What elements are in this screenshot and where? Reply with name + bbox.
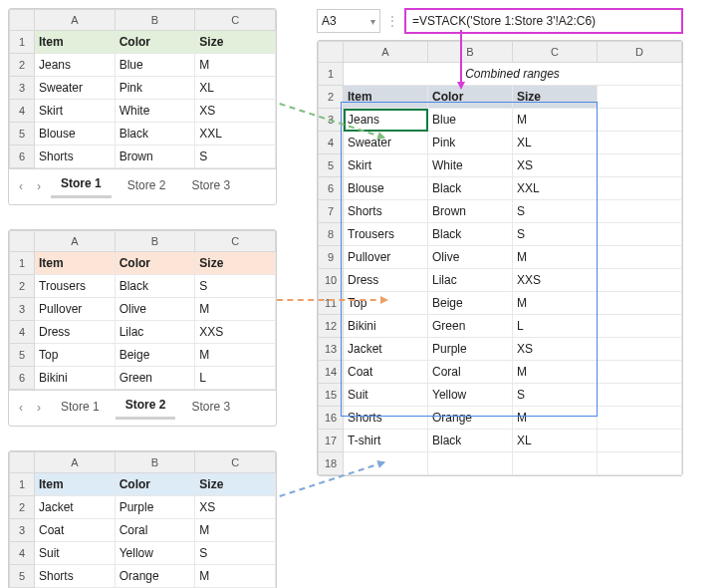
- data-cell[interactable]: Jacket: [35, 496, 116, 519]
- data-cell[interactable]: M: [513, 246, 598, 269]
- data-cell[interactable]: S: [513, 200, 598, 223]
- data-cell[interactable]: S: [513, 223, 598, 246]
- row-header[interactable]: 1: [10, 31, 35, 54]
- data-cell[interactable]: Sweater: [35, 77, 116, 100]
- data-cell[interactable]: XXL: [195, 123, 276, 146]
- header-cell[interactable]: Item: [35, 473, 116, 496]
- sheet-tab[interactable]: Store 1: [51, 173, 112, 198]
- data-cell[interactable]: XS: [513, 338, 598, 361]
- header-cell[interactable]: Size: [195, 252, 276, 275]
- tab-next-icon[interactable]: ›: [33, 179, 45, 193]
- empty-cell[interactable]: [598, 384, 682, 407]
- row-header[interactable]: 6: [319, 177, 344, 200]
- data-cell[interactable]: XS: [513, 154, 598, 177]
- column-header[interactable]: C: [195, 231, 276, 252]
- data-cell[interactable]: Brown: [428, 200, 513, 223]
- row-header[interactable]: 15: [319, 384, 344, 407]
- row-header[interactable]: 8: [319, 223, 344, 246]
- row-header[interactable]: 4: [319, 132, 344, 154]
- empty-cell[interactable]: [598, 315, 682, 338]
- data-cell[interactable]: Shorts: [344, 200, 428, 223]
- data-cell[interactable]: Coral: [115, 519, 195, 542]
- header-cell[interactable]: Color: [115, 252, 195, 275]
- empty-cell[interactable]: [598, 177, 682, 200]
- row-header[interactable]: 1: [10, 473, 35, 496]
- data-cell[interactable]: Green: [115, 367, 195, 390]
- data-cell[interactable]: Blue: [428, 109, 513, 132]
- row-header[interactable]: 16: [319, 407, 344, 430]
- data-cell[interactable]: M: [513, 292, 598, 315]
- data-cell[interactable]: L: [195, 367, 276, 390]
- row-header[interactable]: 3: [10, 519, 35, 542]
- header-cell[interactable]: Color: [115, 473, 195, 496]
- header-cell[interactable]: Color: [115, 31, 195, 54]
- data-cell[interactable]: XXS: [195, 321, 276, 344]
- data-cell[interactable]: Beige: [428, 292, 513, 315]
- row-header[interactable]: 3: [319, 109, 344, 132]
- data-cell[interactable]: S: [195, 146, 276, 168]
- header-cell[interactable]: Item: [344, 86, 428, 109]
- data-cell[interactable]: Dress: [344, 269, 428, 292]
- title-cell[interactable]: Combined ranges: [344, 63, 682, 86]
- data-cell[interactable]: Shorts: [344, 407, 428, 430]
- data-cell[interactable]: Coral: [428, 361, 513, 384]
- data-cell[interactable]: Pullover: [344, 246, 428, 269]
- data-cell[interactable]: M: [195, 344, 276, 367]
- data-cell[interactable]: M: [513, 407, 598, 430]
- row-header[interactable]: 2: [10, 54, 35, 77]
- data-cell[interactable]: S: [195, 542, 276, 565]
- row-header[interactable]: 6: [10, 367, 35, 390]
- name-box[interactable]: A3 ▾: [317, 9, 380, 33]
- empty-cell[interactable]: [344, 452, 428, 475]
- column-header[interactable]: B: [115, 452, 195, 473]
- data-cell[interactable]: Dress: [35, 321, 116, 344]
- row-header[interactable]: 5: [10, 344, 35, 367]
- row-header[interactable]: 4: [10, 321, 35, 344]
- data-cell[interactable]: Pullover: [35, 298, 116, 321]
- data-cell[interactable]: Suit: [344, 384, 428, 407]
- tab-prev-icon[interactable]: ‹: [15, 179, 27, 193]
- select-all[interactable]: [10, 452, 35, 473]
- data-cell[interactable]: T-shirt: [344, 430, 428, 452]
- data-cell[interactable]: Shorts: [35, 146, 116, 168]
- row-header[interactable]: 14: [319, 361, 344, 384]
- empty-cell[interactable]: [598, 269, 682, 292]
- empty-cell[interactable]: [598, 200, 682, 223]
- column-header[interactable]: A: [344, 42, 428, 63]
- chevron-down-icon[interactable]: ▾: [370, 16, 375, 27]
- data-cell[interactable]: Olive: [115, 298, 195, 321]
- data-cell[interactable]: Skirt: [344, 154, 428, 177]
- row-header[interactable]: 4: [10, 542, 35, 565]
- empty-cell[interactable]: [513, 452, 598, 475]
- column-header[interactable]: A: [35, 10, 116, 31]
- row-header[interactable]: 7: [319, 200, 344, 223]
- select-all[interactable]: [10, 231, 35, 252]
- data-cell[interactable]: Bikini: [344, 315, 428, 338]
- empty-cell[interactable]: [598, 361, 682, 384]
- column-header[interactable]: C: [195, 452, 276, 473]
- empty-cell[interactable]: [598, 452, 682, 475]
- data-cell[interactable]: Blouse: [344, 177, 428, 200]
- data-cell[interactable]: Trousers: [35, 275, 116, 298]
- row-header[interactable]: 1: [319, 63, 344, 86]
- select-all[interactable]: [319, 42, 344, 63]
- data-cell[interactable]: Top: [35, 344, 116, 367]
- data-cell[interactable]: L: [513, 315, 598, 338]
- data-cell[interactable]: Suit: [35, 542, 116, 565]
- column-header[interactable]: C: [195, 10, 276, 31]
- data-cell[interactable]: XL: [513, 430, 598, 452]
- sheet-tab[interactable]: Store 2: [116, 395, 176, 420]
- data-cell[interactable]: White: [115, 100, 195, 123]
- header-cell[interactable]: Color: [428, 86, 513, 109]
- row-header[interactable]: 11: [319, 292, 344, 315]
- row-header[interactable]: 1: [10, 252, 35, 275]
- data-cell[interactable]: S: [195, 275, 276, 298]
- header-cell[interactable]: Item: [35, 31, 116, 54]
- row-header[interactable]: 17: [319, 430, 344, 452]
- data-cell[interactable]: Yellow: [428, 384, 513, 407]
- data-cell[interactable]: Pink: [115, 77, 195, 100]
- row-header[interactable]: 2: [10, 275, 35, 298]
- column-header[interactable]: A: [35, 452, 116, 473]
- data-cell[interactable]: XS: [195, 100, 276, 123]
- data-cell[interactable]: Bikini: [35, 367, 116, 390]
